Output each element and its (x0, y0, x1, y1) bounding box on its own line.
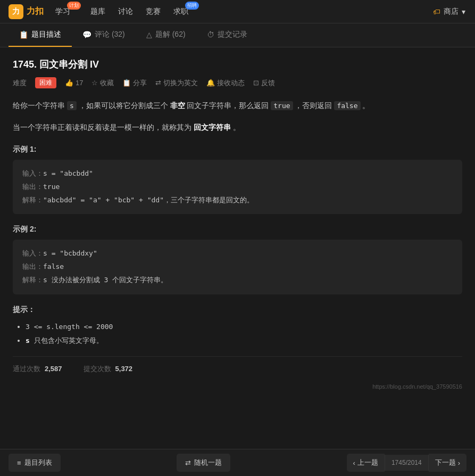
nav-item-shop[interactable]: 🏷 商店 ▾ (432, 5, 466, 19)
feedback-label: 反馈 (261, 78, 275, 88)
example2-title: 示例 2: (13, 225, 462, 234)
true-code: true (271, 101, 293, 110)
translate-icon: ⇄ (155, 79, 161, 87)
next-button[interactable]: 下一题 › (429, 454, 466, 472)
random-label: 随机一题 (194, 458, 222, 467)
list-icon: ≡ (17, 459, 21, 467)
submit-value: 5,372 (115, 365, 133, 373)
tab-comments-label: 评论 (32) (95, 30, 125, 39)
tab-submissions[interactable]: ⏱ 提交记录 (196, 23, 258, 47)
shop-dropdown-icon: ▾ (462, 7, 465, 16)
pagination: ‹ 上一题 1745/2014 下一题 › (347, 454, 466, 472)
stats-row: 通过次数 2,587 提交次数 5,372 (13, 356, 462, 381)
nav-item-problems[interactable]: 题库 (89, 5, 106, 19)
hint-s-code: s (26, 337, 30, 344)
description-line1: 给你一个字符串 s ，如果可以将它分割成三个 非空 回文子字符串，那么返回 tr… (13, 99, 462, 112)
logo-icon: 力 (9, 4, 23, 19)
shop-icon: 🏷 (433, 7, 440, 16)
prev-label: 上一题 (357, 458, 378, 467)
example2-output-label: 输出： (22, 262, 43, 270)
logo[interactable]: 力 力扣 (9, 4, 44, 19)
thumbs-up-icon: 👍 (65, 79, 73, 87)
tab-description-icon: 📋 (19, 30, 28, 39)
palindrome-highlight: 回文字符串 (194, 123, 231, 132)
random-button[interactable]: ⇄ 随机一题 (177, 454, 230, 472)
description-line2: 当一个字符串正着读和反着读是一模一样的，就称其为 回文字符串 。 (13, 121, 462, 134)
example1-output-label: 输出： (22, 183, 43, 191)
bottom-bar: ≡ 题目列表 ⇄ 随机一题 ‹ 上一题 1745/2014 下一题 › (0, 449, 475, 476)
nav-item-study[interactable]: 学习 计划 (54, 5, 71, 19)
tab-comments-icon: 💬 (82, 30, 91, 39)
tabs-bar: 📋 题目描述 💬 评论 (32) △ 题解 (62) ⏱ 提交记录 (0, 23, 475, 47)
next-chevron-icon: › (458, 459, 460, 467)
tab-comments[interactable]: 💬 评论 (32) (72, 23, 136, 47)
page-info: 1745/2014 (385, 455, 429, 471)
top-navigation: 力 力扣 学习 计划 题库 讨论 竞赛 求职 招聘 🏷 商店 ▾ (0, 0, 475, 23)
tab-description[interactable]: 📋 题目描述 (9, 23, 72, 47)
example1-explain: 解释："abcbdd" = "a" + "bcb" + "dd"，三个子字符串都… (22, 194, 453, 207)
watermark: https://blog.csdn.net/qq_37590516 (13, 381, 462, 392)
tab-solutions-icon: △ (146, 30, 152, 39)
study-badge: 计划 (67, 2, 81, 10)
tab-submissions-icon: ⏱ (207, 30, 214, 39)
hints-title: 提示： (13, 305, 462, 315)
logo-text: 力扣 (27, 6, 44, 17)
nav-item-contest[interactable]: 竞赛 (145, 5, 162, 19)
pass-label: 通过次数 (13, 364, 40, 374)
prev-button[interactable]: ‹ 上一题 (347, 454, 385, 472)
likes-count: 17 (76, 79, 83, 87)
example1-input-val: s = "abcbdd" (43, 169, 93, 177)
submit-stat: 提交次数 5,372 (84, 364, 133, 374)
meta-row: 难度 困难 👍 17 ☆ 收藏 📋 分享 ⇄ 切换为英文 🔔 接收动态 ⊡ 反馈 (13, 77, 462, 88)
main-content: 1745. 回文串分割 IV 难度 困难 👍 17 ☆ 收藏 📋 分享 ⇄ 切换… (0, 47, 475, 403)
example2-explain-label: 解释： (22, 276, 43, 284)
star-icon: ☆ (91, 79, 98, 87)
example1-output: 输出：true (22, 180, 453, 194)
example2-explain: 解释：s 没办法被分割成 3 个回文子字符串。 (22, 274, 453, 287)
share-icon: 📋 (122, 79, 131, 87)
example2-output-val: false (43, 262, 64, 270)
tab-description-label: 题目描述 (31, 30, 61, 39)
difficulty-badge: 困难 (35, 77, 56, 88)
example2-input-val: s = "bcbddxy" (43, 249, 97, 257)
feedback-action[interactable]: ⊡ 反馈 (253, 78, 275, 88)
hint-list: 3 <= s.length <= 2000 s 只包含小写英文字母。 (13, 320, 462, 348)
hint-item-1: 3 <= s.length <= 2000 (26, 320, 462, 334)
example1-input-label: 输入： (22, 169, 43, 177)
example1-output-val: true (43, 183, 60, 191)
example1-box: 输入：s = "abcbdd" 输出：true 解释："abcbdd" = "a… (13, 160, 462, 214)
switch-lang-action[interactable]: ⇄ 切换为英文 (155, 78, 198, 88)
subscribe-action[interactable]: 🔔 接收动态 (206, 78, 245, 88)
collect-label: 收藏 (100, 78, 114, 88)
problem-list-label: 题目列表 (24, 458, 52, 467)
submit-label: 提交次数 (84, 364, 111, 374)
nonempty-highlight: 非空 (170, 101, 185, 110)
collect-action[interactable]: ☆ 收藏 (91, 78, 114, 88)
hint-item-2: s 只包含小写英文字母。 (26, 334, 462, 348)
tab-solutions[interactable]: △ 题解 (62) (136, 23, 196, 47)
nav-item-discuss[interactable]: 讨论 (117, 5, 134, 19)
example2-explain-val: s 没办法被分割成 3 个回文子字符串。 (43, 276, 168, 284)
difficulty-label: 难度 (13, 78, 27, 88)
switch-lang-label: 切换为英文 (163, 78, 198, 88)
likes-action[interactable]: 👍 17 (65, 79, 83, 87)
problem-title: 1745. 回文串分割 IV (13, 58, 462, 71)
example1-title: 示例 1: (13, 145, 462, 154)
pass-value: 2,587 (45, 365, 62, 373)
share-label: 分享 (133, 78, 147, 88)
next-label: 下一题 (435, 458, 456, 467)
nav-item-jobs[interactable]: 求职 招聘 (172, 5, 189, 19)
subscribe-label: 接收动态 (217, 78, 245, 88)
share-action[interactable]: 📋 分享 (122, 78, 147, 88)
tab-solutions-label: 题解 (62) (155, 30, 186, 39)
example2-output: 输出：false (22, 260, 453, 274)
example2-box: 输入：s = "bcbddxy" 输出：false 解释：s 没办法被分割成 3… (13, 240, 462, 294)
tab-submissions-label: 提交记录 (218, 30, 247, 39)
false-code: false (334, 101, 360, 110)
example1-explain-val: "abcbdd" = "a" + "bcb" + "dd"，三个子字符串都是回文… (43, 196, 254, 204)
bell-icon: 🔔 (206, 79, 215, 87)
pass-stat: 通过次数 2,587 (13, 364, 62, 374)
prev-chevron-icon: ‹ (353, 459, 355, 467)
problem-list-button[interactable]: ≡ 题目列表 (9, 454, 61, 472)
example2-input-label: 输入： (22, 249, 43, 257)
